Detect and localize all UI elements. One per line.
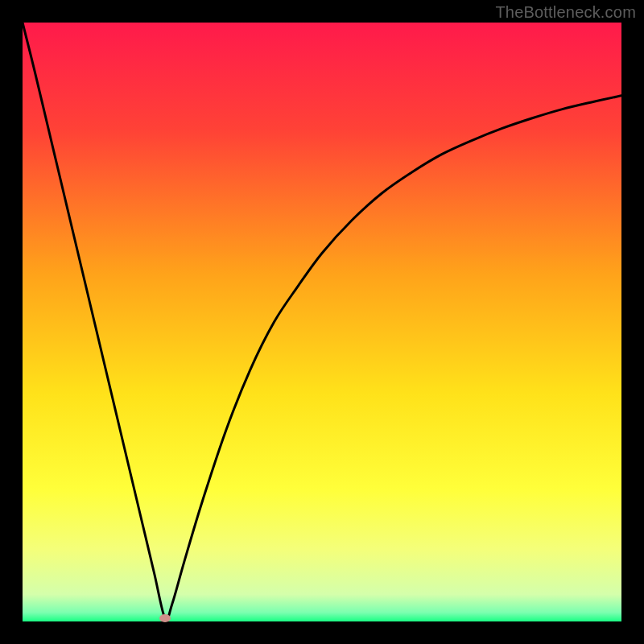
gradient-background xyxy=(23,23,621,621)
chart-frame xyxy=(23,23,621,621)
watermark-text: TheBottleneck.com xyxy=(495,3,636,22)
minimum-marker xyxy=(159,614,171,622)
bottleneck-chart xyxy=(23,23,621,621)
